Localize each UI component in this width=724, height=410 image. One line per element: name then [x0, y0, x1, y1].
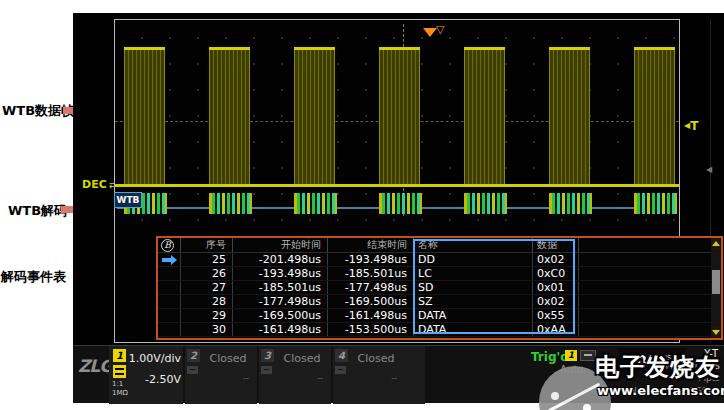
cell-start-time: -177.498us [233, 295, 328, 308]
cell-icon [158, 253, 181, 266]
cell-end-time: -193.498us [328, 253, 414, 266]
header-index: 序号 [181, 238, 233, 252]
decode-packet [549, 193, 592, 214]
decode-packet [634, 193, 677, 214]
channel2-status: Closed [199, 352, 257, 365]
cell-fill [579, 309, 721, 322]
trigger-level-label: T [690, 119, 698, 133]
triangle-up-icon [712, 241, 720, 246]
watermark-title: 电子发烧友 [595, 351, 724, 383]
scroll-up-button[interactable] [711, 238, 721, 249]
table-row[interactable]: 27-185.501us-177.498usSD0x01 [158, 281, 721, 295]
channel4-status: Closed [347, 352, 405, 365]
cell-fill [579, 295, 721, 308]
cell-index: 27 [181, 281, 233, 294]
header-end-time: 结束时间 [328, 238, 414, 252]
waveform-burst [294, 47, 335, 187]
triangle-down-icon [712, 330, 720, 335]
channel1-scale: 1.00V/div [125, 352, 181, 365]
trigger-level-marker[interactable]: ◀T [684, 119, 698, 133]
channel4-coupling-icon [335, 366, 346, 374]
table-scrollbar[interactable] [711, 238, 721, 338]
channel3-status: Closed [273, 352, 331, 365]
cell-data: 0x01 [533, 281, 579, 294]
table-row[interactable]: 26-193.498us-185.501usLC0xC0 [158, 267, 721, 281]
bus-b-icon: B [161, 239, 174, 252]
trigger-source-badge[interactable]: 1 [565, 350, 577, 361]
cell-fill [579, 253, 721, 266]
cell-icon [158, 323, 181, 336]
cell-name: SZ [414, 295, 533, 308]
cell-end-time: -185.501us [328, 267, 414, 280]
cell-name: DD [414, 253, 533, 266]
waveform-area: WTB ▽ [115, 20, 679, 232]
cell-index: 28 [181, 295, 233, 308]
waveform-burst [634, 47, 675, 187]
waveform-burst [464, 47, 505, 187]
cell-icon [158, 295, 181, 308]
channel1-baseline-trace [115, 184, 679, 187]
channel1-probe: 1:1 [112, 380, 123, 388]
cell-start-time: -193.498us [233, 267, 328, 280]
cell-name: DATA [414, 323, 533, 336]
waveform-burst [549, 47, 590, 187]
cell-index: 29 [181, 309, 233, 322]
header-name: 名称 [414, 238, 533, 252]
trigger-delay-marker-icon[interactable] [423, 28, 437, 37]
cell-index: 30 [181, 323, 233, 336]
trigger-position-marker-icon[interactable]: ▽ [436, 23, 444, 36]
cell-start-time: -169.500us [233, 309, 328, 322]
decode-packet [379, 193, 422, 214]
channel1-offset: -2.50V [125, 373, 181, 386]
cell-fill [579, 323, 721, 336]
decode-event-table: B 序号 开始时间 结束时间 名称 数据 25-201.498us-193.49… [156, 236, 723, 340]
page: WTB数据帧 WTB解码 解码事件表 DEC ⇄ ◀T ◀ [0, 0, 724, 410]
scrollbar-thumb[interactable] [712, 270, 720, 294]
cell-data: 0x02 [533, 295, 579, 308]
channel2-block[interactable]: 2 Closed -- [185, 346, 257, 404]
cell-end-time: -169.500us [328, 295, 414, 308]
oscilloscope-screen: DEC ⇄ ◀T ◀ [73, 13, 724, 403]
event-table-header: B 序号 开始时间 结束时间 名称 数据 [158, 238, 721, 253]
cell-name: DATA [414, 309, 533, 322]
channel1-block[interactable]: 1 1:1 1MΩ 1.00V/div -2.50V [109, 346, 183, 404]
header-start-time: 开始时间 [233, 238, 328, 252]
table-row[interactable]: 25-201.498us-193.498usDD0x02 [158, 253, 721, 267]
channel3-block[interactable]: 3 Closed -- [259, 346, 331, 404]
channel3-coupling-icon [261, 366, 272, 374]
table-row[interactable]: 29-169.500us-161.498usDATA0x55 [158, 309, 721, 323]
dec-channel-label: DEC [82, 178, 107, 191]
event-table-body: 25-201.498us-193.498usDD0x0226-193.498us… [158, 253, 721, 337]
decode-bus-badge[interactable]: WTB [114, 192, 142, 208]
cell-icon [158, 267, 181, 280]
cell-icon [158, 309, 181, 322]
cell-fill [579, 267, 721, 280]
cell-data: 0x02 [533, 253, 579, 266]
channel3-coupling: -- [317, 374, 323, 383]
header-data: 数据 [533, 238, 579, 252]
scroll-down-button[interactable] [711, 327, 721, 338]
table-row[interactable]: 30-161.498us-153.500usDATA0xAA [158, 323, 721, 337]
annotation-wtb-decode: WTB解码 [8, 202, 67, 220]
trigger-type-icon[interactable] [580, 350, 596, 361]
menu-collapse-icon[interactable]: ◀ [706, 165, 712, 174]
decode-packet [209, 193, 252, 214]
cell-index: 25 [181, 253, 233, 266]
cell-start-time: -161.498us [233, 323, 328, 336]
cell-icon [158, 281, 181, 294]
channel4-block[interactable]: 4 Closed -- [333, 346, 425, 404]
cell-end-time: -177.498us [328, 281, 414, 294]
header-fill [579, 238, 721, 252]
channel4-coupling: -- [391, 374, 397, 383]
cell-data: 0xAA [533, 323, 579, 336]
table-row[interactable]: 28-177.498us-169.500usSZ0x02 [158, 295, 721, 309]
waveform-burst [379, 47, 420, 187]
trigger-status: Trig'd [531, 350, 569, 364]
channel2-coupling-icon [187, 366, 198, 374]
cell-fill [579, 281, 721, 294]
scope-display: WTB ▽ B 序号 开始时间 结束时间 名称 数据 25-201.498us-… [114, 19, 680, 343]
selected-row-arrow-icon [162, 258, 171, 262]
cell-start-time: -201.498us [233, 253, 328, 266]
cell-end-time: -153.500us [328, 323, 414, 336]
cell-index: 26 [181, 267, 233, 280]
